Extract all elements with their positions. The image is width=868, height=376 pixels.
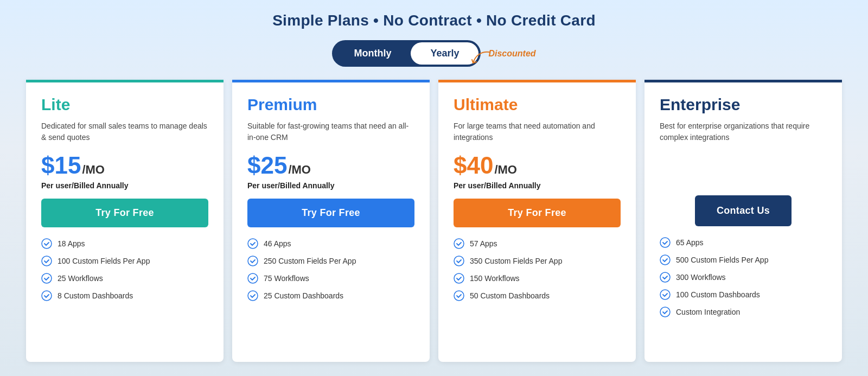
plan-card-lite: Lite Dedicated for small sales teams to … xyxy=(26,80,224,362)
cta-button-lite[interactable]: Try For Free xyxy=(41,199,208,227)
svg-point-0 xyxy=(42,239,52,248)
svg-point-11 xyxy=(454,291,464,301)
svg-point-5 xyxy=(248,256,258,266)
check-icon xyxy=(41,256,52,266)
check-icon xyxy=(454,238,464,249)
svg-point-13 xyxy=(660,255,670,265)
plan-price-ultimate: $40 /MO xyxy=(454,152,621,179)
cta-button-enterprise[interactable]: Contact Us xyxy=(695,195,792,226)
features-list-premium: 46 Apps 250 Custom Fields Per App 75 Wor… xyxy=(247,238,414,301)
check-icon xyxy=(247,290,258,301)
price-amount-ultimate: $40 xyxy=(454,152,493,179)
check-icon xyxy=(660,272,671,283)
svg-point-9 xyxy=(454,256,464,266)
cta-button-premium[interactable]: Try For Free xyxy=(247,199,414,227)
svg-point-14 xyxy=(660,272,670,282)
yearly-option[interactable]: Yearly xyxy=(411,42,478,65)
svg-point-7 xyxy=(248,291,258,301)
check-icon xyxy=(660,289,671,300)
price-unit-ultimate: /MO xyxy=(494,163,517,177)
plan-price-lite: $15 /MO xyxy=(41,152,208,179)
page-title: Simple Plans • No Contract • No Credit C… xyxy=(0,12,868,29)
feature-item: 100 Custom Dashboards xyxy=(660,289,827,300)
plan-description-premium: Suitable for fast-growing teams that nee… xyxy=(247,120,414,143)
features-list-ultimate: 57 Apps 350 Custom Fields Per App 150 Wo… xyxy=(454,238,621,301)
cta-button-ultimate[interactable]: Try For Free xyxy=(454,199,621,227)
feature-item: 57 Apps xyxy=(454,238,621,249)
check-icon xyxy=(41,290,52,301)
plan-name-premium: Premium xyxy=(247,95,414,114)
feature-item: 350 Custom Fields Per App xyxy=(454,256,621,266)
svg-point-15 xyxy=(660,290,670,299)
feature-item: 46 Apps xyxy=(247,238,414,249)
plan-description-ultimate: For large teams that need automation and… xyxy=(454,120,621,143)
svg-point-12 xyxy=(660,238,670,247)
feature-item: 18 Apps xyxy=(41,238,208,249)
plan-name-ultimate: Ultimate xyxy=(454,95,621,114)
svg-point-4 xyxy=(248,239,258,248)
feature-item: 25 Custom Dashboards xyxy=(247,290,414,301)
price-unit-premium: /MO xyxy=(288,163,311,177)
feature-item: Custom Integration xyxy=(660,307,827,317)
svg-point-2 xyxy=(42,273,52,283)
price-unit-lite: /MO xyxy=(82,163,105,177)
feature-item: 500 Custom Fields Per App xyxy=(660,254,827,265)
plan-description-lite: Dedicated for small sales teams to manag… xyxy=(41,120,208,143)
plan-price-premium: $25 /MO xyxy=(247,152,414,179)
features-list-enterprise: 65 Apps 500 Custom Fields Per App 300 Wo… xyxy=(660,237,827,317)
billing-toggle[interactable]: Monthly Yearly xyxy=(332,40,481,67)
check-icon xyxy=(247,256,258,266)
billing-toggle-area: Monthly Yearly Discounted xyxy=(0,40,868,67)
price-amount-premium: $25 xyxy=(247,152,287,179)
check-icon xyxy=(247,273,258,284)
feature-item: 8 Custom Dashboards xyxy=(41,290,208,301)
feature-item: 75 Workflows xyxy=(247,273,414,284)
feature-item: 150 Workflows xyxy=(454,273,621,284)
price-billing-premium: Per user/Billed Annually xyxy=(247,181,414,190)
feature-item: 65 Apps xyxy=(660,237,827,248)
check-icon xyxy=(660,237,671,248)
svg-point-3 xyxy=(42,291,52,301)
svg-point-16 xyxy=(660,307,670,317)
check-icon xyxy=(660,254,671,265)
plan-card-premium: Premium Suitable for fast-growing teams … xyxy=(232,80,430,362)
svg-point-10 xyxy=(454,273,464,283)
feature-item: 50 Custom Dashboards xyxy=(454,290,621,301)
enterprise-price-spacer xyxy=(660,152,827,184)
check-icon xyxy=(454,273,464,284)
feature-item: 300 Workflows xyxy=(660,272,827,283)
price-billing-lite: Per user/Billed Annually xyxy=(41,181,208,190)
check-icon xyxy=(454,290,464,301)
features-list-lite: 18 Apps 100 Custom Fields Per App 25 Wor… xyxy=(41,238,208,301)
feature-item: 250 Custom Fields Per App xyxy=(247,256,414,266)
price-amount-lite: $15 xyxy=(41,152,81,179)
plan-description-enterprise: Best for enterprise organizations that r… xyxy=(660,120,827,143)
check-icon xyxy=(247,238,258,249)
plan-name-lite: Lite xyxy=(41,95,208,114)
check-icon xyxy=(41,273,52,284)
feature-item: 25 Workflows xyxy=(41,273,208,284)
plan-card-ultimate: Ultimate For large teams that need autom… xyxy=(438,80,636,362)
feature-item: 100 Custom Fields Per App xyxy=(41,256,208,266)
discount-label: Discounted xyxy=(488,49,535,59)
svg-point-8 xyxy=(454,239,464,248)
plan-card-enterprise: Enterprise Best for enterprise organizat… xyxy=(644,80,842,362)
check-icon xyxy=(41,238,52,249)
price-billing-ultimate: Per user/Billed Annually xyxy=(454,181,621,190)
check-icon xyxy=(660,307,671,317)
monthly-option[interactable]: Monthly xyxy=(334,42,411,65)
svg-point-1 xyxy=(42,256,52,266)
plan-name-enterprise: Enterprise xyxy=(660,95,827,114)
svg-point-6 xyxy=(248,273,258,283)
plans-grid: Lite Dedicated for small sales teams to … xyxy=(11,80,857,362)
check-icon xyxy=(454,256,464,266)
